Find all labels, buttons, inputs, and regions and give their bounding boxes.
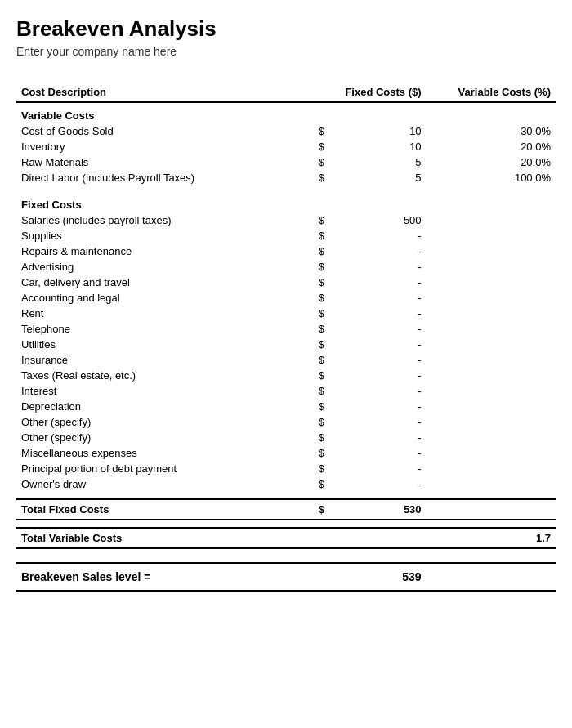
fixed-item-dollar: $ xyxy=(307,306,328,321)
fixed-item-variable xyxy=(427,461,556,476)
fixed-item-name: Principal portion of debt payment xyxy=(16,461,307,476)
variable-costs-header: Variable Costs xyxy=(16,102,307,123)
fixed-item-name: Accounting and legal xyxy=(16,290,307,306)
page-subtitle: Enter your company name here xyxy=(16,45,556,58)
fixed-item-fixed: - xyxy=(329,306,427,321)
variable-item-variable: 30.0% xyxy=(427,123,556,139)
fixed-item-variable xyxy=(427,337,556,352)
fixed-item-fixed: - xyxy=(329,461,427,476)
fixed-item-dollar: $ xyxy=(307,383,328,399)
variable-item-fixed: 5 xyxy=(329,170,427,185)
header-description: Cost Description xyxy=(16,83,307,102)
fixed-item-variable xyxy=(427,212,556,228)
variable-item-variable: 20.0% xyxy=(427,154,556,170)
fixed-item-name: Utilities xyxy=(16,337,307,352)
fixed-item-dollar: $ xyxy=(307,259,328,275)
fixed-item-variable xyxy=(427,228,556,243)
fixed-item-dollar: $ xyxy=(307,399,328,414)
total-fixed-dollar: $ xyxy=(307,499,328,520)
fixed-item-dollar: $ xyxy=(307,461,328,476)
variable-item-fixed: 10 xyxy=(329,123,427,139)
page-title: Breakeven Analysis xyxy=(16,16,556,42)
fixed-item-fixed: - xyxy=(329,399,427,414)
fixed-item-fixed: - xyxy=(329,445,427,461)
fixed-item-dollar: $ xyxy=(307,430,328,445)
breakeven-label: Breakeven Sales level = xyxy=(16,563,329,591)
fixed-item-variable xyxy=(427,290,556,306)
fixed-item-fixed: - xyxy=(329,352,427,368)
fixed-item-name: Rent xyxy=(16,306,307,321)
fixed-item-variable xyxy=(427,275,556,290)
variable-item-dollar: $ xyxy=(307,139,328,154)
fixed-item-dollar: $ xyxy=(307,476,328,492)
fixed-item-name: Interest xyxy=(16,383,307,399)
fixed-item-fixed: - xyxy=(329,430,427,445)
header-fixed-costs: Fixed Costs ($) xyxy=(329,83,427,102)
total-fixed-value: 530 xyxy=(329,499,427,520)
fixed-item-name: Insurance xyxy=(16,352,307,368)
fixed-item-variable xyxy=(427,352,556,368)
fixed-item-name: Miscellaneous expenses xyxy=(16,445,307,461)
fixed-item-fixed: - xyxy=(329,243,427,259)
fixed-item-fixed: - xyxy=(329,368,427,383)
fixed-item-dollar: $ xyxy=(307,243,328,259)
fixed-item-dollar: $ xyxy=(307,228,328,243)
fixed-item-variable xyxy=(427,243,556,259)
variable-item-name: Direct Labor (Includes Payroll Taxes) xyxy=(16,170,307,185)
fixed-item-name: Owner's draw xyxy=(16,476,307,492)
fixed-item-name: Telephone xyxy=(16,321,307,337)
fixed-item-name: Depreciation xyxy=(16,399,307,414)
fixed-item-dollar: $ xyxy=(307,321,328,337)
fixed-item-fixed: - xyxy=(329,414,427,430)
fixed-item-variable xyxy=(427,414,556,430)
fixed-item-fixed: - xyxy=(329,275,427,290)
variable-item-fixed: 10 xyxy=(329,139,427,154)
fixed-item-name: Supplies xyxy=(16,228,307,243)
fixed-item-name: Other (specify) xyxy=(16,414,307,430)
fixed-item-dollar: $ xyxy=(307,275,328,290)
fixed-item-name: Other (specify) xyxy=(16,430,307,445)
fixed-costs-header: Fixed Costs xyxy=(16,192,307,212)
fixed-item-variable xyxy=(427,321,556,337)
fixed-item-fixed: - xyxy=(329,228,427,243)
fixed-item-variable xyxy=(427,306,556,321)
variable-item-dollar: $ xyxy=(307,170,328,185)
fixed-item-variable xyxy=(427,476,556,492)
total-fixed-label: Total Fixed Costs xyxy=(16,499,307,520)
fixed-item-dollar: $ xyxy=(307,414,328,430)
fixed-item-dollar: $ xyxy=(307,337,328,352)
fixed-item-dollar: $ xyxy=(307,212,328,228)
fixed-item-variable xyxy=(427,399,556,414)
variable-item-name: Cost of Goods Sold xyxy=(16,123,307,139)
fixed-item-dollar: $ xyxy=(307,368,328,383)
fixed-item-fixed: 500 xyxy=(329,212,427,228)
header-dollar-spacer xyxy=(307,83,328,102)
fixed-item-fixed: - xyxy=(329,321,427,337)
total-fixed-variable-empty xyxy=(427,499,556,520)
variable-item-fixed: 5 xyxy=(329,154,427,170)
fixed-item-dollar: $ xyxy=(307,352,328,368)
total-variable-label: Total Variable Costs xyxy=(16,528,427,548)
fixed-item-variable xyxy=(427,445,556,461)
fixed-item-fixed: - xyxy=(329,337,427,352)
fixed-item-fixed: - xyxy=(329,476,427,492)
breakeven-variable-empty xyxy=(427,563,556,591)
variable-item-dollar: $ xyxy=(307,154,328,170)
fixed-item-variable xyxy=(427,430,556,445)
fixed-item-fixed: - xyxy=(329,259,427,275)
header-variable-costs: Variable Costs (%) xyxy=(427,83,556,102)
fixed-item-name: Repairs & maintenance xyxy=(16,243,307,259)
fixed-item-dollar: $ xyxy=(307,290,328,306)
total-variable-value: 1.7 xyxy=(427,528,556,548)
variable-item-dollar: $ xyxy=(307,123,328,139)
fixed-item-variable xyxy=(427,383,556,399)
variable-item-variable: 20.0% xyxy=(427,139,556,154)
fixed-item-dollar: $ xyxy=(307,445,328,461)
fixed-item-name: Taxes (Real estate, etc.) xyxy=(16,368,307,383)
fixed-item-name: Salaries (includes payroll taxes) xyxy=(16,212,307,228)
fixed-item-fixed: - xyxy=(329,383,427,399)
fixed-item-variable xyxy=(427,368,556,383)
variable-item-name: Inventory xyxy=(16,139,307,154)
fixed-item-variable xyxy=(427,259,556,275)
fixed-item-fixed: - xyxy=(329,290,427,306)
